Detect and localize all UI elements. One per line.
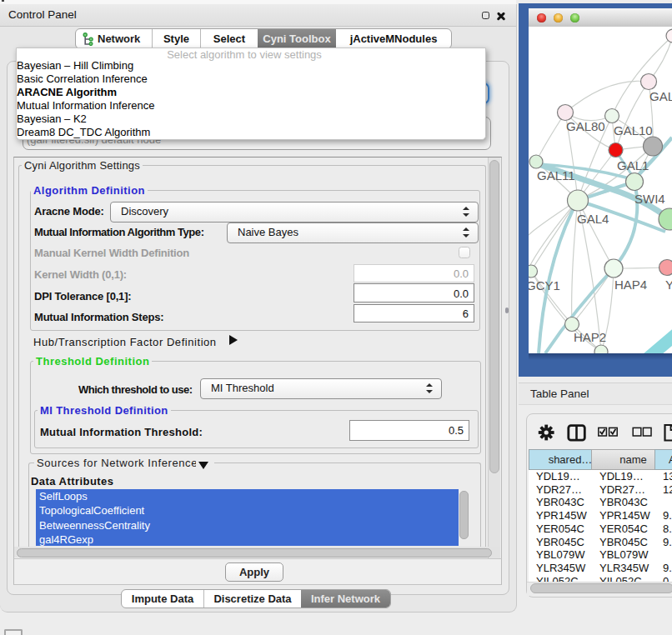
svg-text:HAP4: HAP4 [614, 278, 647, 292]
svg-text:GAL7: GAL7 [649, 89, 672, 103]
svg-text:GAL4: GAL4 [577, 212, 609, 226]
svg-text:YM: YM [665, 278, 672, 292]
svg-text:GAL80: GAL80 [566, 119, 605, 133]
svg-text:GAL1: GAL1 [617, 158, 649, 172]
svg-text:GAL11: GAL11 [537, 168, 575, 182]
svg-text:GCY1: GCY1 [529, 278, 560, 292]
svg-text:SWI4: SWI4 [634, 192, 665, 206]
svg-text:HAP2: HAP2 [574, 330, 606, 344]
svg-text:GAL10: GAL10 [614, 123, 653, 138]
